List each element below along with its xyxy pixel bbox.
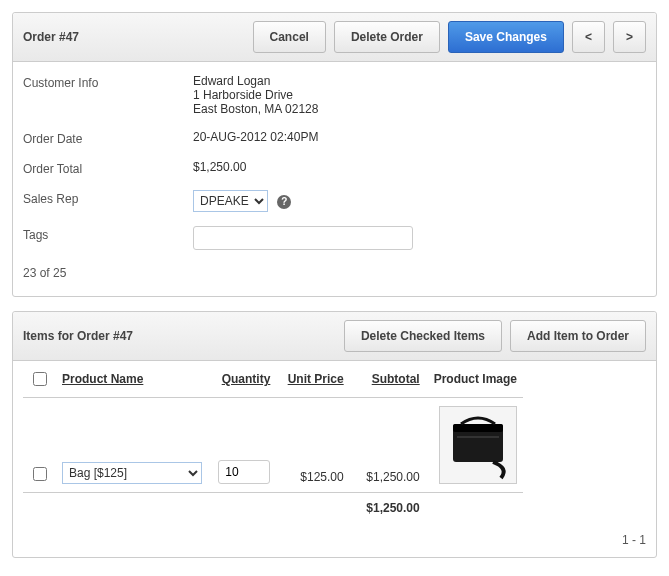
- svg-rect-1: [453, 424, 503, 432]
- sales-rep-value: DPEAKE ?: [193, 190, 291, 212]
- col-check: [23, 361, 56, 398]
- pager: 1 - 1: [13, 529, 656, 557]
- customer-value: Edward Logan 1 Harborside Drive East Bos…: [193, 74, 318, 116]
- bag-icon: [443, 410, 513, 480]
- row-check-cell: [23, 398, 56, 493]
- order-header: Order #47 Cancel Delete Order Save Chang…: [13, 13, 656, 62]
- order-actions: Cancel Delete Order Save Changes < >: [253, 21, 646, 53]
- items-title: Items for Order #47: [23, 329, 133, 343]
- order-body: Customer Info Edward Logan 1 Harborside …: [13, 62, 656, 296]
- order-total-label: Order Total: [23, 160, 193, 176]
- col-image: Product Image: [426, 361, 523, 398]
- product-select[interactable]: Bag [$125]: [62, 462, 202, 484]
- customer-row: Customer Info Edward Logan 1 Harborside …: [23, 74, 646, 116]
- row-unit: $125.00: [276, 398, 349, 493]
- items-panel: Items for Order #47 Delete Checked Items…: [12, 311, 657, 558]
- tags-row: Tags: [23, 226, 646, 250]
- order-panel: Order #47 Cancel Delete Order Save Chang…: [12, 12, 657, 297]
- grand-total: $1,250.00: [350, 493, 426, 524]
- row-subtotal: $1,250.00: [350, 398, 426, 493]
- col-qty[interactable]: Quantity: [208, 361, 276, 398]
- items-header-row: Product Name Quantity Unit Price Subtota…: [23, 361, 523, 398]
- qty-input[interactable]: [218, 460, 270, 484]
- customer-addr2: East Boston, MA 02128: [193, 102, 318, 116]
- items-table-wrap: Product Name Quantity Unit Price Subtota…: [13, 361, 656, 529]
- sales-rep-select[interactable]: DPEAKE: [193, 190, 268, 212]
- customer-addr1: 1 Harborside Drive: [193, 88, 318, 102]
- tags-value: [193, 226, 413, 250]
- order-total-row: Order Total $1,250.00: [23, 160, 646, 176]
- items-header: Items for Order #47 Delete Checked Items…: [13, 312, 656, 361]
- total-row: $1,250.00: [23, 493, 523, 524]
- col-product[interactable]: Product Name: [56, 361, 208, 398]
- add-item-button[interactable]: Add Item to Order: [510, 320, 646, 352]
- sales-rep-row: Sales Rep DPEAKE ?: [23, 190, 646, 212]
- prev-order-button[interactable]: <: [572, 21, 605, 53]
- order-date-label: Order Date: [23, 130, 193, 146]
- next-order-button[interactable]: >: [613, 21, 646, 53]
- col-subtotal[interactable]: Subtotal: [350, 361, 426, 398]
- help-icon[interactable]: ?: [277, 195, 291, 209]
- row-product-cell: Bag [$125]: [56, 398, 208, 493]
- tags-input[interactable]: [193, 226, 413, 250]
- tags-label: Tags: [23, 226, 193, 242]
- col-unit[interactable]: Unit Price: [276, 361, 349, 398]
- items-actions: Delete Checked Items Add Item to Order: [344, 320, 646, 352]
- product-image: [439, 406, 517, 484]
- row-image-cell: [426, 398, 523, 493]
- customer-name: Edward Logan: [193, 74, 318, 88]
- items-table: Product Name Quantity Unit Price Subtota…: [23, 361, 523, 523]
- cancel-button[interactable]: Cancel: [253, 21, 326, 53]
- order-total-value: $1,250.00: [193, 160, 246, 174]
- row-qty-cell: [208, 398, 276, 493]
- order-date-row: Order Date 20-AUG-2012 02:40PM: [23, 130, 646, 146]
- order-title: Order #47: [23, 30, 79, 44]
- customer-label: Customer Info: [23, 74, 193, 90]
- check-all[interactable]: [33, 372, 47, 386]
- row-check[interactable]: [33, 467, 47, 481]
- delete-order-button[interactable]: Delete Order: [334, 21, 440, 53]
- record-count: 23 of 25: [23, 264, 646, 286]
- order-date-value: 20-AUG-2012 02:40PM: [193, 130, 318, 144]
- delete-checked-button[interactable]: Delete Checked Items: [344, 320, 502, 352]
- sales-rep-label: Sales Rep: [23, 190, 193, 206]
- table-row: Bag [$125] $125.00 $1,250.00: [23, 398, 523, 493]
- svg-rect-2: [457, 436, 499, 438]
- save-changes-button[interactable]: Save Changes: [448, 21, 564, 53]
